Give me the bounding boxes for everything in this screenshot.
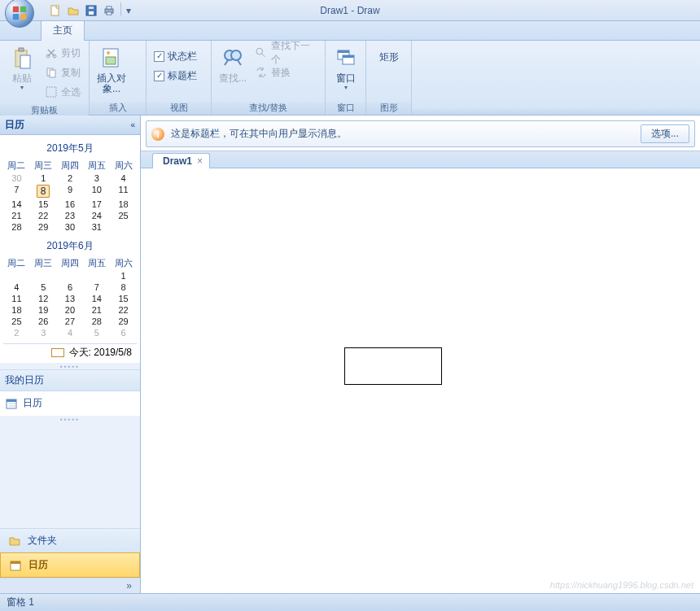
sidebar: 日历 « 2019年5月 周二周三周四周五周六 3012347891011141…	[0, 116, 141, 593]
rectangle-shape[interactable]	[344, 347, 442, 385]
calendar-day[interactable]: 13	[57, 293, 84, 304]
calendar-day[interactable]: 8	[30, 184, 57, 199]
calendar-day[interactable]: 1	[30, 172, 57, 184]
calendar-day[interactable]: 9	[57, 184, 84, 199]
calendar-day[interactable]: 20	[57, 304, 84, 316]
sidebar-item-calendar[interactable]: 日历	[5, 395, 135, 412]
calendar-day[interactable]: 4	[110, 172, 137, 184]
calendar-day[interactable]: 29	[110, 316, 137, 327]
calendar-day[interactable]	[83, 270, 110, 281]
calendar-day[interactable]	[3, 270, 30, 281]
document-tab[interactable]: Draw1 ×	[152, 153, 210, 168]
today-line[interactable]: 今天: 2019/5/8	[3, 343, 137, 361]
calendar-day[interactable]: 25	[110, 210, 137, 221]
qat-customize-button[interactable]: ▾	[125, 2, 133, 19]
insert-object-button[interactable]: 插入对象...	[93, 42, 130, 100]
titlebar-checkbox[interactable]: ✓标题栏	[151, 67, 199, 85]
calendar-day[interactable]: 18	[110, 199, 137, 210]
sidebar-menu-button[interactable]: «	[130, 120, 135, 129]
calendar-day[interactable]: 4	[57, 327, 84, 338]
calendar-day[interactable]: 3	[83, 172, 110, 184]
calendar-day[interactable]: 7	[83, 281, 110, 293]
statusbar-checkbox[interactable]: ✓状态栏	[151, 47, 199, 65]
calendar-icon	[9, 559, 22, 572]
svg-rect-4	[51, 6, 59, 15]
find-button[interactable]: 查找...	[215, 42, 251, 100]
calendar-day[interactable]: 4	[3, 281, 30, 293]
calendar-day[interactable]: 25	[3, 316, 30, 327]
calendar-day[interactable]: 3	[30, 327, 57, 338]
copy-button[interactable]: 复制	[42, 63, 83, 81]
nav-calendar[interactable]: 日历	[0, 552, 140, 578]
content-area: i 这是标题栏，可在其中向用户显示消息。 选项... Draw1 × https…	[141, 116, 700, 593]
calendar-day[interactable]: 11	[110, 184, 137, 199]
drawing-canvas[interactable]: https://nickhuang1996.blog.csdn.net	[141, 168, 700, 593]
close-icon[interactable]: ×	[197, 155, 203, 167]
calendar-dow: 周六	[110, 159, 137, 172]
calendar-day[interactable]: 12	[30, 293, 57, 304]
calendar-day[interactable]: 8	[110, 281, 137, 293]
calendar-day[interactable]: 22	[30, 210, 57, 221]
resize-grip[interactable]: ▪▪▪▪▪	[0, 416, 140, 422]
calendar-day[interactable]	[30, 270, 57, 281]
options-button[interactable]: 选项...	[641, 124, 689, 143]
calendar-day[interactable]: 21	[83, 304, 110, 316]
qat-print-button[interactable]	[101, 2, 117, 19]
ribbon-tab-home[interactable]: 主页	[41, 20, 85, 41]
calendar-day[interactable]: 21	[3, 210, 30, 221]
calendar-day[interactable]: 30	[3, 172, 30, 184]
qat-open-button[interactable]	[65, 2, 81, 19]
calendar-day[interactable]: 14	[83, 293, 110, 304]
paste-button[interactable]: 粘贴 ▾	[3, 42, 41, 103]
rectangle-button[interactable]: 矩形	[370, 42, 408, 100]
calendar-day[interactable]: 15	[110, 293, 137, 304]
calendar-day[interactable]: 2	[3, 327, 30, 338]
calendar-day[interactable]: 22	[110, 304, 137, 316]
calendar-day[interactable]: 14	[3, 199, 30, 210]
calendar-day[interactable]: 6	[57, 281, 84, 293]
calendar-day[interactable]: 27	[57, 316, 84, 327]
calendar-day[interactable]: 28	[83, 316, 110, 327]
nav-folders[interactable]: 文件夹	[0, 528, 140, 552]
calendar-day[interactable]: 10	[83, 184, 110, 199]
calendar-day[interactable]: 19	[30, 304, 57, 316]
folder-icon	[8, 535, 21, 548]
calendar-day[interactable]	[57, 270, 84, 281]
qat-new-button[interactable]	[47, 2, 63, 19]
replace-button[interactable]: 替换	[252, 63, 320, 81]
calendar-day[interactable]: 29	[30, 221, 57, 233]
selectall-button[interactable]: 全选	[42, 83, 83, 101]
calendar-day[interactable]: 6	[110, 327, 137, 338]
qat-save-button[interactable]	[83, 2, 99, 19]
calendar-day[interactable]: 11	[3, 293, 30, 304]
resize-grip[interactable]: ▪▪▪▪▪	[0, 363, 140, 369]
ribbon-group-clipboard: 粘贴 ▾ 剪切 复制 全选 剪贴板	[0, 41, 90, 115]
window-button[interactable]: 窗口 ▾	[329, 42, 362, 100]
calendar-day[interactable]: 24	[83, 210, 110, 221]
findnext-button[interactable]: 查找下一个	[252, 44, 320, 62]
calendar-area: 2019年5月 周二周三周四周五周六 301234789101114151617…	[0, 135, 140, 363]
svg-rect-2	[13, 14, 19, 20]
calendar-day[interactable]: 16	[57, 199, 84, 210]
sidebar-section-mycal[interactable]: 我的日历	[0, 369, 140, 391]
calendar-day[interactable]: 5	[30, 281, 57, 293]
ribbon-group-label: 窗口	[326, 102, 365, 115]
calendar-day[interactable]: 28	[3, 221, 30, 233]
select-all-icon	[45, 85, 58, 98]
calendar-day[interactable]: 7	[3, 184, 30, 199]
message-text: 这是标题栏，可在其中向用户显示消息。	[171, 127, 634, 141]
calendar-day[interactable]: 18	[3, 304, 30, 316]
calendar-day[interactable]: 26	[30, 316, 57, 327]
calendar-day[interactable]	[110, 221, 137, 233]
calendar-day[interactable]: 31	[83, 221, 110, 233]
calendar-day[interactable]: 2	[57, 172, 84, 184]
calendar-day[interactable]: 23	[57, 210, 84, 221]
calendar-day[interactable]: 1	[110, 270, 137, 281]
calendar-day[interactable]: 17	[83, 199, 110, 210]
calendar-day[interactable]: 5	[83, 327, 110, 338]
calendar-day[interactable]: 30	[57, 221, 84, 233]
ribbon-group-window: 窗口 ▾ 窗口	[326, 41, 366, 115]
calendar-day[interactable]: 15	[30, 199, 57, 210]
nav-overflow-button[interactable]: »	[0, 578, 140, 593]
cut-button[interactable]: 剪切	[42, 44, 83, 62]
